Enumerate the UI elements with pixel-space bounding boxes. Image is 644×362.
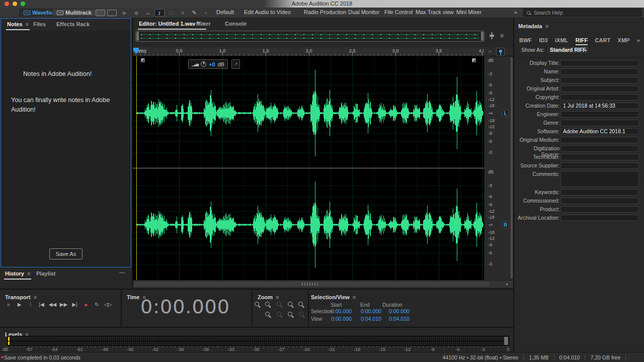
metadata-tab-id3[interactable]: ID3 — [539, 37, 547, 43]
navigator-right-handle[interactable] — [481, 32, 484, 41]
workspace-max-track-view[interactable]: Max Track view — [416, 9, 454, 15]
paintbrush-tool[interactable]: ✎ — [189, 9, 199, 17]
field-input-engineer[interactable] — [560, 111, 639, 118]
tab-console[interactable]: Console — [225, 21, 247, 27]
selection-view-menu-icon[interactable]: ≡ — [353, 294, 356, 300]
zoom-full-button[interactable] — [299, 312, 303, 316]
hud-pin-button[interactable]: ↗ — [231, 59, 240, 69]
workspace-edit-audio-to-video[interactable]: Edit Audio to Video — [244, 9, 291, 15]
vertical-scrollbar-thumb[interactable] — [511, 57, 513, 279]
workspace-mini-mixer[interactable]: Mini Mixer — [456, 9, 481, 15]
time-selection-tool[interactable]: I — [154, 9, 165, 17]
notes-text-line1[interactable]: Notes in Adobe Audition! — [23, 69, 92, 79]
channel-badge-r[interactable]: R — [502, 221, 509, 228]
zoom-out-time-button[interactable] — [277, 302, 281, 306]
channel-badge-l[interactable]: L — [502, 110, 509, 117]
slip-tool[interactable]: ↔ — [143, 9, 153, 17]
transport-menu-icon[interactable]: ≡ — [34, 294, 37, 300]
field-input-creation-date[interactable]: 1 Jul 2018 at 14:56:33 — [560, 103, 639, 109]
panel-menu-icon[interactable]: ≡ — [27, 270, 30, 277]
field-input-original-medium[interactable] — [560, 137, 639, 143]
record-button[interactable]: ● — [80, 301, 91, 309]
play-button[interactable]: ▶ — [14, 301, 25, 309]
field-input-subject[interactable] — [560, 77, 639, 83]
fade-out-handle-icon[interactable] — [472, 58, 476, 62]
metadata-tab-ixml[interactable]: iXML — [555, 37, 568, 43]
notes-text-line2[interactable]: You can finally write notes in Adobe Aud… — [11, 96, 124, 115]
snap-magnet-icon[interactable]: ∩ — [488, 48, 492, 54]
metadata-tab-cart[interactable]: CART — [595, 37, 611, 43]
tab-playlist[interactable]: Playlist — [36, 270, 56, 277]
level-meter[interactable] — [7, 336, 509, 346]
zoom-out-amplitude-button[interactable] — [277, 312, 281, 316]
vertical-zoom-slider-icon[interactable] — [491, 32, 493, 39]
workspace-dual-monitor[interactable]: Dual Monitor — [348, 9, 379, 15]
field-input-keywords[interactable] — [560, 189, 639, 196]
scrollbar-grip-icon[interactable] — [302, 283, 319, 286]
panel-menu-icon[interactable]: ≡ — [26, 21, 29, 27]
field-input-comments[interactable] — [560, 171, 639, 187]
amplitude-ruler[interactable]: dB-3-6-9-12-18-∞-18-12-9-6-3LdB-3-6-9-12… — [484, 56, 510, 280]
view-duration-value[interactable]: 0:04.010 — [389, 316, 410, 322]
zoom-to-selection-button[interactable] — [298, 302, 303, 306]
zoom-menu-icon[interactable]: ≡ — [276, 294, 279, 300]
volume-hud[interactable]: ▁▃▅ +0 dB — [188, 59, 228, 69]
field-input-display-title[interactable] — [560, 60, 639, 66]
rewind-button[interactable]: ◀◀ — [47, 301, 58, 309]
search-input[interactable] — [533, 9, 628, 16]
show-as-dropdown[interactable]: Standard RIFF ▾ — [546, 46, 590, 54]
view-end-value[interactable]: 0:04.010 — [361, 316, 381, 322]
field-input-source-supplier[interactable] — [560, 162, 639, 169]
timeline-ruler[interactable]: hms 0,51,01,52,02,53,03,54,0 — [133, 47, 484, 56]
stop-button[interactable]: ■ — [3, 301, 14, 309]
hud-gain-value[interactable]: +0 — [209, 61, 215, 67]
loop-playback-button[interactable]: ↻ — [92, 301, 102, 309]
workspace-radio-production[interactable]: Radio Production — [304, 9, 346, 15]
selection-end-value[interactable]: 0:00.000 — [361, 308, 381, 314]
field-input-genre[interactable] — [560, 120, 639, 126]
selection-duration-value[interactable]: 0:00.000 — [389, 308, 410, 314]
field-input-copyright[interactable] — [560, 94, 639, 101]
zoom-in-time-button[interactable] — [255, 302, 259, 306]
zoom-in-right-edge-button[interactable] — [288, 312, 292, 316]
tab-history[interactable]: History≡ — [5, 270, 30, 277]
lasso-selection-tool[interactable]: ○ — [178, 9, 188, 17]
navigator-menu-icon[interactable]: ≡ — [500, 32, 504, 39]
vertical-scrollbar[interactable] — [510, 56, 513, 280]
skip-to-start-button[interactable]: |◀ — [36, 301, 47, 309]
field-input-digitization-source[interactable] — [560, 145, 639, 152]
marquee-selection-tool[interactable]: □ — [166, 9, 176, 17]
spectral-display-button[interactable] — [107, 10, 117, 16]
workspace-default[interactable]: Default — [216, 9, 234, 15]
tab-mixer[interactable]: Mixer — [196, 21, 211, 27]
fade-in-handle-icon[interactable] — [141, 58, 145, 62]
field-input-name[interactable] — [560, 68, 639, 75]
zoom-reset-button[interactable] — [265, 312, 270, 316]
add-marker-button[interactable] — [496, 48, 505, 56]
time-display[interactable]: 0:00.000 — [122, 296, 249, 318]
tab-files[interactable]: Files — [33, 21, 46, 27]
spot-healing-brush-tool[interactable]: + — [201, 9, 211, 17]
zoom-in-left-edge-button[interactable] — [288, 302, 292, 306]
metadata-menu-icon[interactable]: ≡ — [545, 23, 548, 29]
save-as-button[interactable]: Save As — [49, 248, 83, 259]
waveform-display[interactable] — [133, 56, 484, 280]
workspace-file-control[interactable]: File Control — [384, 9, 413, 15]
field-input-software[interactable]: Adobe Audition CC 2018.1 — [560, 128, 639, 135]
field-input-original-artist[interactable] — [560, 85, 639, 92]
tab-notes[interactable]: Notes≡ — [7, 21, 29, 27]
toolbar-overflow-chevron-icon[interactable]: » — [514, 9, 517, 15]
field-input-commissioned[interactable] — [560, 198, 639, 204]
zoom-navigator[interactable] — [135, 31, 485, 42]
multitrack-mode-button[interactable]: Multitrack — [52, 9, 96, 17]
pause-button[interactable]: ‖ — [25, 301, 36, 309]
razor-tool[interactable]: ◆ — [131, 9, 141, 17]
selection-start-value[interactable]: 0:00.000 — [331, 308, 352, 314]
skip-to-end-button[interactable]: ▶| — [69, 301, 80, 309]
metadata-tab-xmp[interactable]: XMP — [618, 37, 630, 43]
field-input-technician[interactable] — [560, 154, 639, 160]
window-titlebar[interactable]: Adobe Audition CC 2018 — [0, 0, 644, 8]
tab-effects-rack[interactable]: Effects Rack — [56, 21, 90, 27]
metadata-tab-riff[interactable]: RIFF — [576, 37, 588, 43]
metadata-tab-bwf[interactable]: BWF — [519, 37, 532, 43]
